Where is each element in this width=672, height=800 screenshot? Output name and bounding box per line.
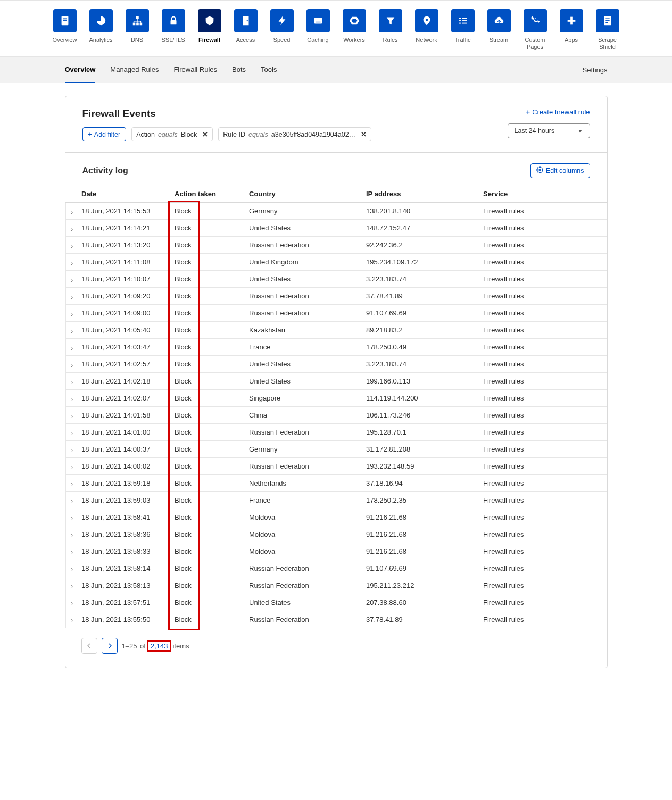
chevron-right-icon[interactable]: › (71, 547, 73, 556)
nav-traffic[interactable]: Traffic (451, 9, 475, 50)
cell-service: Firewall rules (483, 288, 607, 305)
chevron-right-icon[interactable]: › (71, 479, 73, 488)
chevron-right-icon[interactable]: › (71, 309, 73, 318)
cell-country: Germany (249, 203, 366, 220)
close-icon[interactable]: ✕ (361, 130, 367, 138)
chevron-right-icon[interactable]: › (71, 445, 73, 454)
nav-ssl-tls[interactable]: SSL/TLS (161, 9, 186, 50)
table-row[interactable]: › 18 Jun, 2021 14:13:20 Block Russian Fe… (65, 237, 607, 254)
chevron-right-icon[interactable]: › (71, 224, 73, 233)
table-row[interactable]: › 18 Jun, 2021 13:58:14 Block Russian Fe… (65, 560, 607, 577)
svg-rect-3 (136, 16, 139, 19)
nav-dns[interactable]: DNS (125, 9, 150, 50)
table-row[interactable]: › 18 Jun, 2021 14:03:47 Block France 178… (65, 339, 607, 356)
table-row[interactable]: › 18 Jun, 2021 13:55:50 Block Russian Fe… (65, 611, 607, 628)
table-row[interactable]: › 18 Jun, 2021 14:01:58 Block China 106.… (65, 407, 607, 424)
nav-firewall[interactable]: Firewall (197, 9, 222, 50)
table-row[interactable]: › 18 Jun, 2021 14:14:21 Block United Sta… (65, 220, 607, 237)
table-row[interactable]: › 18 Jun, 2021 13:58:41 Block Moldova 91… (65, 509, 607, 526)
filter-op: equals (247, 131, 269, 138)
nav-network[interactable]: Network (414, 9, 439, 50)
pie-icon (89, 9, 113, 32)
nav-apps[interactable]: Apps (559, 9, 584, 50)
create-firewall-rule-link[interactable]: + Create firewall rule (526, 108, 590, 116)
nav-speed[interactable]: Speed (270, 9, 294, 50)
table-row[interactable]: › 18 Jun, 2021 14:09:20 Block Russian Fe… (65, 288, 607, 305)
next-page-button[interactable] (102, 638, 118, 654)
tab-overview[interactable]: Overview (65, 57, 96, 83)
chevron-right-icon[interactable]: › (71, 564, 73, 573)
chevron-right-icon[interactable]: › (71, 462, 73, 471)
filter-chip-1[interactable]: Rule ID equals a3e305ff8ad049a1904a02… ✕ (218, 127, 371, 141)
chevron-right-icon[interactable]: › (71, 615, 73, 624)
tab-tools[interactable]: Tools (261, 57, 277, 83)
cell-date: 18 Jun, 2021 14:01:00 (81, 424, 175, 441)
settings-link[interactable]: Settings (583, 66, 608, 74)
filter-value: a3e305ff8ad049a1904a02… (271, 131, 355, 138)
cell-ip: 195.128.70.1 (366, 424, 483, 441)
nav-scrape-shield[interactable]: Scrape Shield (595, 9, 620, 50)
chevron-right-icon[interactable]: › (71, 241, 73, 250)
add-filter-button[interactable]: + Add filter (82, 127, 127, 141)
chevron-right-icon[interactable]: › (71, 581, 73, 590)
table-row[interactable]: › 18 Jun, 2021 14:11:08 Block United Kin… (65, 254, 607, 271)
chevron-right-icon[interactable]: › (71, 258, 73, 267)
table-row[interactable]: › 18 Jun, 2021 13:58:33 Block Moldova 91… (65, 543, 607, 560)
table-row[interactable]: › 18 Jun, 2021 14:00:37 Block Germany 31… (65, 441, 607, 458)
filter-chip-0[interactable]: Action equals Block ✕ (131, 127, 213, 141)
chevron-right-icon[interactable]: › (71, 275, 73, 284)
pagination-text: 1–25 of2,143items (122, 642, 189, 650)
nav-rules[interactable]: Rules (378, 9, 403, 50)
chevron-right-icon[interactable]: › (71, 377, 73, 386)
time-range-label: Last 24 hours (515, 127, 555, 135)
table-row[interactable]: › 18 Jun, 2021 14:02:57 Block United Sta… (65, 356, 607, 373)
chevron-right-icon[interactable]: › (71, 326, 73, 335)
chevron-right-icon[interactable]: › (71, 496, 73, 505)
nav-caching[interactable]: Caching (306, 9, 330, 50)
chevron-right-icon[interactable]: › (71, 207, 73, 216)
add-filter-label: Add filter (94, 131, 120, 138)
nav-access[interactable]: Access (234, 9, 258, 50)
chevron-right-icon[interactable]: › (71, 530, 73, 539)
nav-workers[interactable]: Workers (342, 9, 367, 50)
cell-ip: 195.234.109.172 (366, 254, 483, 271)
chevron-right-icon[interactable]: › (71, 292, 73, 301)
prev-page-button[interactable] (81, 638, 97, 654)
table-row[interactable]: › 18 Jun, 2021 13:59:03 Block France 178… (65, 492, 607, 509)
chevron-right-icon[interactable]: › (71, 513, 73, 522)
table-row[interactable]: › 18 Jun, 2021 13:59:18 Block Netherland… (65, 475, 607, 492)
page-icon (596, 9, 619, 32)
tab-bots[interactable]: Bots (232, 57, 246, 83)
table-row[interactable]: › 18 Jun, 2021 14:15:53 Block Germany 13… (65, 203, 607, 220)
time-range-picker[interactable]: Last 24 hours ▼ (508, 123, 590, 138)
chevron-right-icon[interactable]: › (71, 343, 73, 352)
tab-firewall-rules[interactable]: Firewall Rules (173, 57, 217, 83)
nav-stream[interactable]: Stream (487, 9, 511, 50)
tab-managed-rules[interactable]: Managed Rules (110, 57, 159, 83)
table-row[interactable]: › 18 Jun, 2021 14:02:07 Block Singapore … (65, 390, 607, 407)
table-row[interactable]: › 18 Jun, 2021 14:01:00 Block Russian Fe… (65, 424, 607, 441)
table-row[interactable]: › 18 Jun, 2021 14:10:07 Block United Sta… (65, 271, 607, 288)
cell-action: Block (175, 577, 249, 594)
chevron-right-icon[interactable]: › (71, 411, 73, 420)
table-row[interactable]: › 18 Jun, 2021 14:02:18 Block United Sta… (65, 373, 607, 390)
nav-analytics[interactable]: Analytics (89, 9, 113, 50)
table-row[interactable]: › 18 Jun, 2021 14:05:40 Block Kazakhstan… (65, 322, 607, 339)
chevron-right-icon[interactable]: › (71, 428, 73, 437)
table-row[interactable]: › 18 Jun, 2021 13:58:36 Block Moldova 91… (65, 526, 607, 543)
col-action: Action taken (175, 186, 249, 203)
table-row[interactable]: › 18 Jun, 2021 14:00:02 Block Russian Fe… (65, 458, 607, 475)
table-row[interactable]: › 18 Jun, 2021 13:57:51 Block United Sta… (65, 594, 607, 611)
table-row[interactable]: › 18 Jun, 2021 14:09:00 Block Russian Fe… (65, 305, 607, 322)
close-icon[interactable]: ✕ (202, 130, 208, 138)
panel-title: Firewall Events (82, 108, 372, 120)
cell-country: Kazakhstan (249, 322, 366, 339)
chevron-right-icon[interactable]: › (71, 360, 73, 369)
chevron-right-icon[interactable]: › (71, 394, 73, 403)
nav-overview[interactable]: Overview (53, 9, 77, 50)
chevron-right-icon[interactable]: › (71, 598, 73, 607)
cell-action: Block (175, 594, 249, 611)
nav-custom-pages[interactable]: Custom Pages (523, 9, 547, 50)
table-row[interactable]: › 18 Jun, 2021 13:58:13 Block Russian Fe… (65, 577, 607, 594)
edit-columns-button[interactable]: Edit columns (530, 163, 590, 178)
